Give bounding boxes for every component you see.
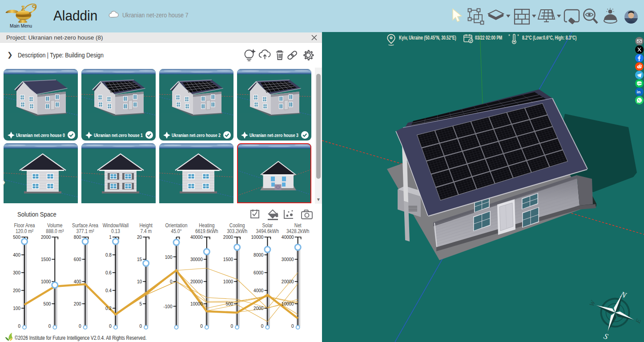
svg-text:Ukranian net-zero house 0: Ukranian net-zero house 0 [16, 133, 65, 138]
svg-text:1000: 1000 [223, 279, 233, 285]
svg-text:2000: 2000 [41, 234, 51, 240]
svg-text:Cooling: Cooling [229, 222, 245, 228]
svg-text:400: 400 [13, 252, 20, 258]
svg-text:Orientation: Orientation [165, 222, 188, 228]
svg-text:Ukranian net-zero house 3: Ukranian net-zero house 3 [250, 133, 298, 138]
svg-text:0: 0 [291, 323, 294, 329]
svg-text:Solar: Solar [262, 222, 273, 228]
svg-text:Window/Wall: Window/Wall [103, 222, 129, 228]
svg-text:0: 0 [140, 323, 142, 329]
svg-text:1500: 1500 [41, 257, 51, 262]
svg-text:20000: 20000 [190, 279, 203, 285]
svg-text:*: * [517, 34, 519, 39]
svg-text:800: 800 [74, 234, 81, 240]
svg-text:Height: Height [139, 222, 153, 228]
svg-text:0.2: 0.2 [105, 306, 112, 311]
svg-text:0: 0 [231, 323, 233, 329]
svg-text:Floor Area: Floor Area [14, 222, 35, 228]
svg-text:600: 600 [74, 257, 81, 262]
svg-text:1000: 1000 [41, 279, 51, 285]
svg-text:03/22 02:00 PM: 03/22 02:00 PM [475, 35, 502, 41]
svg-text:Ukranian net-zero house 1: Ukranian net-zero house 1 [94, 133, 143, 138]
svg-text:3428.2kWh: 3428.2kWh [286, 228, 310, 234]
svg-text:0: 0 [109, 323, 112, 329]
svg-text:10: 10 [137, 279, 142, 285]
svg-text:0: 0 [170, 279, 173, 285]
svg-text:500: 500 [13, 234, 20, 240]
svg-text:0: 0 [261, 323, 264, 329]
svg-text:0: 0 [200, 323, 203, 329]
svg-text:8.2°C (Low:0.6°C, High: 8.3°C): 8.2°C (Low:0.6°C, High: 8.3°C) [522, 35, 577, 41]
svg-text:Heating: Heating [199, 222, 214, 228]
svg-text:-100: -100 [163, 303, 172, 309]
svg-text:15: 15 [137, 257, 142, 262]
svg-text:Ukranian net-zero house 2: Ukranian net-zero house 2 [172, 133, 221, 138]
svg-text:2000: 2000 [223, 234, 233, 240]
svg-text:3494.6kWh: 3494.6kWh [256, 228, 279, 234]
svg-text:7.4 m: 7.4 m [140, 228, 151, 234]
svg-text:20: 20 [137, 234, 142, 240]
svg-text:8000: 8000 [254, 252, 263, 258]
svg-text:6619.6kWh: 6619.6kWh [195, 228, 218, 234]
svg-text:2000: 2000 [254, 306, 263, 311]
svg-text:1: 1 [109, 234, 112, 240]
svg-text:40000: 40000 [282, 234, 294, 240]
svg-text:4000: 4000 [254, 288, 263, 294]
svg-text:0.8: 0.8 [105, 252, 112, 258]
svg-text:10000: 10000 [282, 301, 294, 307]
svg-text:*: * [508, 34, 510, 39]
svg-text:in: in [637, 89, 641, 94]
svg-text:10000: 10000 [190, 301, 203, 307]
svg-text:400: 400 [74, 279, 81, 285]
svg-text:200: 200 [74, 301, 81, 307]
svg-text:Volume: Volume [47, 222, 62, 228]
svg-text:0.6: 0.6 [105, 270, 112, 276]
svg-text:0: 0 [79, 323, 81, 329]
svg-text:377.1 m²: 377.1 m² [76, 228, 94, 234]
svg-text:200: 200 [13, 288, 20, 294]
svg-text:0.13: 0.13 [111, 228, 120, 234]
svg-text:40000: 40000 [190, 234, 203, 240]
svg-text:888.0 m³: 888.0 m³ [46, 228, 64, 234]
svg-text:500: 500 [225, 301, 233, 307]
svg-text:20000: 20000 [282, 279, 294, 285]
svg-text:5: 5 [140, 301, 142, 307]
svg-text:100: 100 [165, 254, 173, 260]
svg-text:Kyiv, Ukraine (50.45°N, 30.52°: Kyiv, Ukraine (50.45°N, 30.52°E) [399, 35, 456, 41]
svg-text:LINE: LINE [638, 82, 642, 84]
svg-text:30000: 30000 [190, 257, 203, 262]
svg-text:0.4: 0.4 [105, 288, 112, 294]
svg-text:Surface Area: Surface Area [72, 222, 99, 228]
svg-text:300: 300 [13, 270, 20, 276]
svg-text:45.0°: 45.0° [171, 228, 182, 234]
svg-text:120.0 m²: 120.0 m² [16, 228, 33, 234]
svg-text:1500: 1500 [223, 257, 233, 262]
svg-text:Net: Net [294, 222, 302, 228]
svg-text:10000: 10000 [251, 234, 264, 240]
svg-text:303.2kWh: 303.2kWh [227, 228, 247, 234]
svg-text:500: 500 [44, 301, 51, 307]
svg-text:100: 100 [13, 306, 20, 311]
svg-text:30000: 30000 [282, 257, 294, 262]
svg-text:6000: 6000 [254, 270, 263, 276]
svg-text:0: 0 [18, 323, 20, 329]
svg-text:0: 0 [48, 323, 51, 329]
